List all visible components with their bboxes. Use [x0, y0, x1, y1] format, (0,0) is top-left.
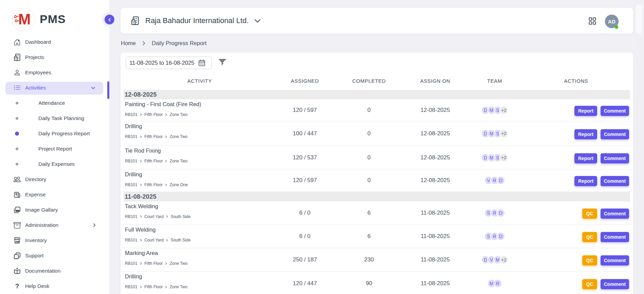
svg-text:M: M — [18, 11, 31, 27]
